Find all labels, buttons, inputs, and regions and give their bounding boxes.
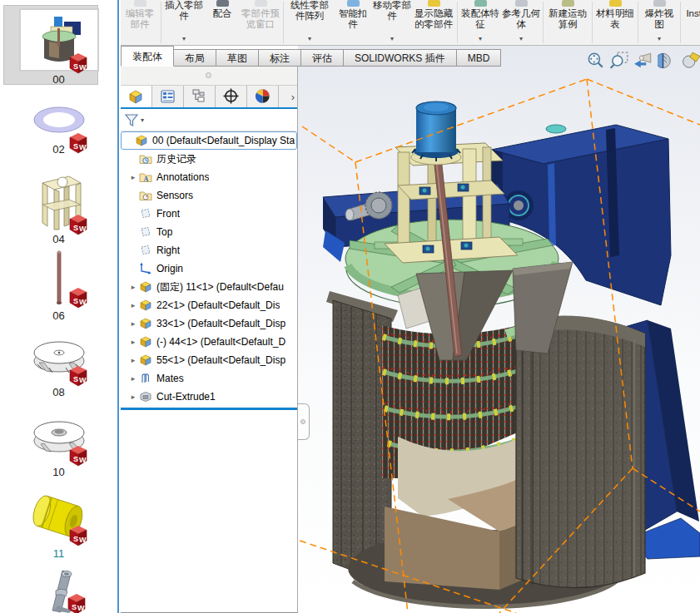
sidebar-file-label: 02 [0,143,117,156]
tree-row-sensors[interactable]: Sensors [121,186,297,205]
tree-row-front-plane[interactable]: Front [121,205,297,223]
sidebar-file-00[interactable]: 00 [0,8,117,86]
propertymanager-tab[interactable] [152,86,184,107]
tree-row-component-44[interactable]: ▸ (-) 44<1> (Default<Default_D [121,333,297,351]
dropdown-caret-icon[interactable]: ▾ [163,33,205,44]
move-component-button[interactable]: 移动零部件 ▾ [372,0,412,45]
dropdown-caret-icon[interactable]: ▾ [501,33,541,44]
viewport-3d[interactable] [298,46,700,613]
show-hidden-components-button[interactable]: 显示隐藏的零部件 [412,0,455,45]
expand-caret-icon[interactable]: ▸ [127,301,139,309]
instant3d-button[interactable]: Instant3D [683,0,700,45]
tab-assembly[interactable]: 装配体 [121,46,174,67]
plane-icon [139,207,153,220]
displaymanager-tab[interactable] [247,86,279,107]
tree-row-origin[interactable]: Origin [121,260,297,278]
panel-flyout-expand[interactable]: › [279,86,297,107]
bom-button[interactable]: 材料明细表 [594,0,636,45]
cut-extrude-icon [139,390,153,403]
component-icon [139,317,153,330]
section-view-icon[interactable] [658,51,678,71]
ribbon-group-separator [592,2,593,43]
model-tank-shell-right[interactable] [506,316,645,588]
plane-icon [139,244,153,257]
tree-row-component-22[interactable]: ▸ 22<1> (Default<Default_Dis [121,296,297,314]
sidebar-file-11[interactable]: 11 [0,489,117,560]
tree-row-component-11[interactable]: ▸ (固定) 11<1> (Default<Defau [121,278,297,296]
panel-collapse-handle[interactable] [298,403,310,440]
zoom-to-area-icon[interactable] [609,51,629,71]
tree-row-right-plane[interactable]: Right [121,241,297,260]
component-preview-icon [255,0,267,7]
expand-caret-icon[interactable]: ▸ [127,393,139,401]
expand-caret-icon[interactable]: ▸ [127,338,139,346]
sidebar-file-04[interactable]: 04 [0,171,117,245]
edit-appearance-icon[interactable] [682,51,700,71]
linear-pattern-button[interactable]: 线性零部件阵列 ▾ [285,0,334,45]
dimxpert-tab[interactable] [216,86,247,107]
reference-geometry-button[interactable]: 参考几何体 ▾ [501,0,541,45]
expand-caret-icon[interactable]: ▸ [127,356,139,364]
tree-row-component-33[interactable]: ▸ 33<1> (Default<Default_Disp [121,314,297,333]
filter-caret-icon[interactable]: ▾ [141,116,144,124]
sidebar-file-06[interactable]: 06 [0,250,117,322]
tab-solidworks-addins[interactable]: SOLIDWORKS 插件 [344,49,457,67]
expand-caret-icon[interactable]: ▸ [127,374,139,383]
tree-row-history[interactable]: 历史记录 [121,150,297,168]
bom-icon [609,0,622,7]
featuremanager-panel: › ▾ 00 (Default<Default_Display Sta 历史记录… [121,67,298,613]
sw-file-badge-icon [67,444,90,467]
component-preview-button[interactable]: 零部件预览窗口 [240,0,281,45]
zoom-to-fit-icon[interactable] [585,51,605,71]
sw-file-badge-icon [65,592,88,613]
assembly-features-button[interactable]: 装配体特征 ▾ [459,0,501,45]
previous-view-icon[interactable] [633,51,653,71]
sidebar-file-10[interactable]: 10 [0,411,117,478]
ribbon-group-separator [161,2,161,43]
rollback-bar[interactable] [121,408,297,410]
dropdown-caret-icon[interactable]: ▾ [285,33,334,44]
ribbon-group-separator [638,2,638,43]
tab-layout[interactable]: 布局 [174,49,216,67]
dropdown-caret-icon[interactable]: ▾ [640,33,678,44]
tab-mbd[interactable]: MBD [457,49,502,67]
tree-row-component-55[interactable]: ▸ 55<1> (Default<Default_Disp [121,351,297,369]
tree-row-cut-extrude1[interactable]: ▸ Cut-Extrude1 [121,388,297,406]
assembly-icon [135,134,149,147]
exploded-view-button[interactable]: 爆炸视图 ▾ [640,0,678,45]
featuremanager-tab[interactable] [121,86,152,107]
expand-caret-icon[interactable]: ▸ [127,173,139,181]
origin-icon [139,262,153,275]
tree-row-top-plane[interactable]: Top [121,223,297,241]
edit-component-button[interactable]: 编辑零部件 [121,0,159,45]
dropdown-caret-icon[interactable]: ▾ [372,33,412,44]
tree-row-assembly-root[interactable]: 00 (Default<Default_Display Sta [121,131,297,150]
motion-study-button[interactable]: 新建运动算例 [545,0,590,45]
insert-component-button[interactable]: 插入零部件 ▾ [163,0,205,45]
splitter-grip-icon [300,419,305,424]
sidebar-file-02[interactable]: 02 [0,98,117,156]
assembly-features-icon [474,0,487,7]
expand-caret-icon[interactable]: ▸ [127,319,139,328]
panel-resize-knob[interactable] [206,72,211,78]
configurationmanager-tab[interactable] [184,86,216,107]
tree-row-annotations[interactable]: ▸ Annotations [121,168,297,186]
tab-markup[interactable]: 标注 [259,49,301,67]
tab-evaluate[interactable]: 评估 [301,49,344,67]
tree-row-mates[interactable]: ▸ Mates [121,369,297,388]
ribbon-toolbar: 编辑零部件 插入零部件 ▾ 配合 零部件预览窗口 线性零部件阵列 ▾ 智能扣件 … [121,0,700,46]
component-icon [139,280,153,294]
dropdown-caret-icon[interactable]: ▾ [459,33,501,44]
tab-sketch[interactable]: 草图 [216,49,259,67]
mates-icon [139,372,153,385]
component-icon [139,299,153,312]
sidebar-file-partial[interactable] [0,569,117,613]
smart-fastener-button[interactable]: 智能扣件 [334,0,372,45]
sidebar-file-08[interactable]: 08 [0,331,117,398]
tree-filter-bar[interactable]: ▾ [121,109,297,131]
mate-button[interactable]: 配合 [205,0,240,45]
model-motor[interactable] [411,101,461,165]
viewport-canvas[interactable] [298,46,700,613]
expand-caret-icon[interactable]: ▸ [127,283,139,291]
sw-file-badge-icon [67,286,90,309]
